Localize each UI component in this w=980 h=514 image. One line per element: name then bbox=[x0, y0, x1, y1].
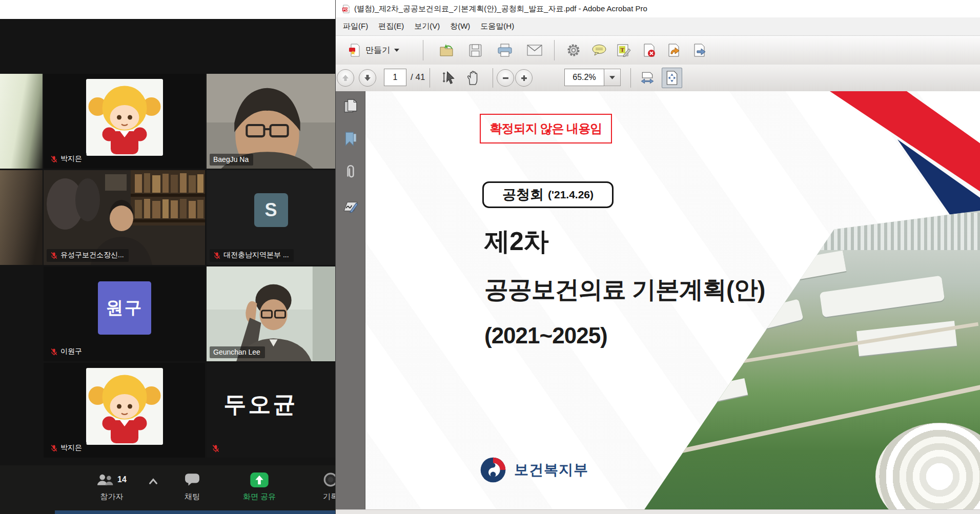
video-tile-partial-1[interactable] bbox=[0, 74, 43, 169]
share-screen-icon bbox=[250, 472, 269, 488]
mic-muted-icon bbox=[50, 252, 58, 259]
select-tool-button[interactable] bbox=[440, 69, 459, 87]
menu-window[interactable]: 창(W) bbox=[445, 18, 475, 35]
toolbar-separator bbox=[554, 40, 555, 60]
share-page-button[interactable] bbox=[690, 41, 709, 59]
participant-name-bar bbox=[210, 443, 224, 455]
email-button[interactable] bbox=[525, 41, 544, 59]
menu-view[interactable]: 보기(V) bbox=[409, 18, 445, 35]
video-tile-geunchan-lee[interactable]: Geunchan Lee bbox=[207, 266, 335, 361]
create-pdf-button[interactable]: 만들기 bbox=[343, 40, 404, 60]
anime-character-image bbox=[86, 79, 163, 156]
text-edit-icon: T bbox=[617, 44, 631, 57]
dropdown-arrow-icon bbox=[609, 76, 615, 79]
print-button[interactable] bbox=[496, 41, 514, 59]
slide-title-line3: (2021~2025) bbox=[484, 323, 607, 348]
delete-pages-button[interactable] bbox=[640, 41, 659, 59]
print-icon bbox=[497, 44, 513, 57]
menu-file[interactable]: 파일(F) bbox=[338, 18, 373, 35]
fit-page-button[interactable] bbox=[662, 68, 682, 88]
signatures-icon bbox=[343, 200, 358, 213]
dropdown-arrow-icon bbox=[394, 49, 399, 52]
fit-width-button[interactable] bbox=[638, 69, 657, 87]
page-count-label: / 41 bbox=[411, 72, 425, 83]
open-file-button[interactable] bbox=[438, 41, 456, 59]
acrobat-window: PDF (별첨)_제2차_공공보건의료_기본계획(안)_공청회_발표_자료.pd… bbox=[335, 0, 980, 514]
video-feed bbox=[0, 74, 43, 169]
zoom-dropdown-button[interactable] bbox=[604, 69, 621, 86]
horizontal-scrollbar[interactable] bbox=[336, 509, 980, 514]
hand-tool-button[interactable] bbox=[464, 69, 482, 87]
acrobat-main: 확정되지 않은 내용임 공청회 ('21.4.26) 제2차 공공보건의료 기본… bbox=[336, 91, 980, 510]
create-pdf-icon bbox=[348, 44, 361, 57]
zoom-level-input[interactable] bbox=[564, 69, 604, 86]
chat-icon bbox=[185, 473, 200, 486]
attachments-icon bbox=[343, 164, 358, 179]
hearing-label: 공청회 bbox=[502, 186, 544, 204]
save-button[interactable] bbox=[466, 41, 484, 59]
navigation-toolbar: / 41 bbox=[336, 65, 980, 92]
video-tile-leewongu[interactable]: 원구 이원구 bbox=[44, 266, 205, 361]
video-tile-parkjieun-2[interactable]: 박지은 bbox=[44, 363, 205, 458]
menu-edit[interactable]: 편집(E) bbox=[373, 18, 409, 35]
chat-button[interactable]: 채팅 bbox=[169, 471, 215, 502]
anime-character-image bbox=[86, 368, 163, 445]
previous-page-button[interactable] bbox=[336, 69, 355, 87]
share-screen-button[interactable]: 화면 공유 bbox=[229, 471, 290, 502]
chevron-up-icon[interactable] bbox=[149, 478, 158, 485]
participant-name: 박지은 bbox=[60, 154, 82, 163]
attachments-button[interactable] bbox=[342, 163, 359, 180]
bookmarks-button[interactable] bbox=[342, 130, 359, 148]
taskbar-edge[interactable] bbox=[55, 510, 335, 514]
toolbar-separator bbox=[430, 68, 430, 88]
video-feed bbox=[0, 170, 43, 265]
participant-name-bar: 박지은 bbox=[47, 442, 87, 455]
video-tile-parkjieun-1[interactable]: 박지은 bbox=[44, 74, 205, 169]
export-page-button[interactable] bbox=[665, 41, 683, 59]
participant-name: 박지은 bbox=[60, 443, 82, 453]
mic-muted-icon bbox=[212, 444, 220, 453]
menu-help[interactable]: 도움말(H) bbox=[475, 18, 519, 35]
preferences-button[interactable] bbox=[564, 41, 583, 59]
video-tile-duogyun[interactable]: 두오균 bbox=[207, 363, 335, 458]
video-tile-yuseonggu[interactable]: 유성구보건소장신... bbox=[44, 170, 205, 265]
page-number-input[interactable] bbox=[384, 69, 406, 86]
next-page-button[interactable] bbox=[358, 69, 377, 87]
participant-name-bar: 박지은 bbox=[47, 153, 87, 166]
open-file-icon bbox=[439, 44, 455, 57]
round-building bbox=[875, 423, 980, 510]
page-thumbnails-button[interactable] bbox=[342, 97, 359, 115]
participants-label: 참가자 bbox=[100, 492, 124, 502]
participant-name: BaegJu Na bbox=[213, 155, 249, 163]
zoom-window: 박지은 BaegJu Na bbox=[0, 19, 335, 514]
video-tile-baegju-na[interactable]: BaegJu Na bbox=[207, 74, 335, 169]
mic-muted-icon bbox=[50, 155, 58, 163]
avatar: S bbox=[254, 193, 288, 227]
signatures-button[interactable] bbox=[342, 198, 359, 215]
participant-name: 이원구 bbox=[60, 347, 82, 356]
zoom-in-button[interactable] bbox=[515, 69, 533, 87]
mohw-logo-text: 보건복지부 bbox=[514, 460, 588, 480]
text-edit-button[interactable]: T bbox=[615, 41, 633, 59]
zoom-out-button[interactable] bbox=[496, 69, 515, 87]
zoom-bottom-toolbar: 14 참가자 채팅 bbox=[0, 465, 335, 514]
participant-name: 유성구보건소장신... bbox=[60, 251, 124, 260]
participant-name: Geunchan Lee bbox=[213, 348, 260, 356]
participants-button[interactable]: 14 참가자 bbox=[81, 471, 142, 502]
zoom-in-icon bbox=[521, 75, 527, 81]
page-thumbnails-icon bbox=[343, 98, 358, 114]
hearing-box: 공청회 ('21.4.26) bbox=[482, 181, 614, 208]
comment-button[interactable] bbox=[590, 41, 608, 59]
navigation-sidebar bbox=[336, 91, 365, 510]
video-tile-daejeon[interactable]: S 대전충남지역본부 ... bbox=[207, 170, 335, 265]
pdf-file-icon: PDF bbox=[342, 5, 351, 13]
pdf-page[interactable]: 확정되지 않은 내용임 공청회 ('21.4.26) 제2차 공공보건의료 기본… bbox=[365, 91, 980, 510]
comment-icon bbox=[591, 44, 607, 56]
video-tile-partial-2[interactable] bbox=[0, 170, 43, 265]
participants-count: 14 bbox=[117, 475, 127, 484]
record-button[interactable]: 기록 bbox=[308, 471, 335, 502]
zoom-out-icon bbox=[502, 75, 509, 81]
toolbar-separator bbox=[493, 68, 493, 88]
svg-text:T: T bbox=[621, 47, 625, 53]
hearing-date: ('21.4.26) bbox=[548, 189, 594, 201]
